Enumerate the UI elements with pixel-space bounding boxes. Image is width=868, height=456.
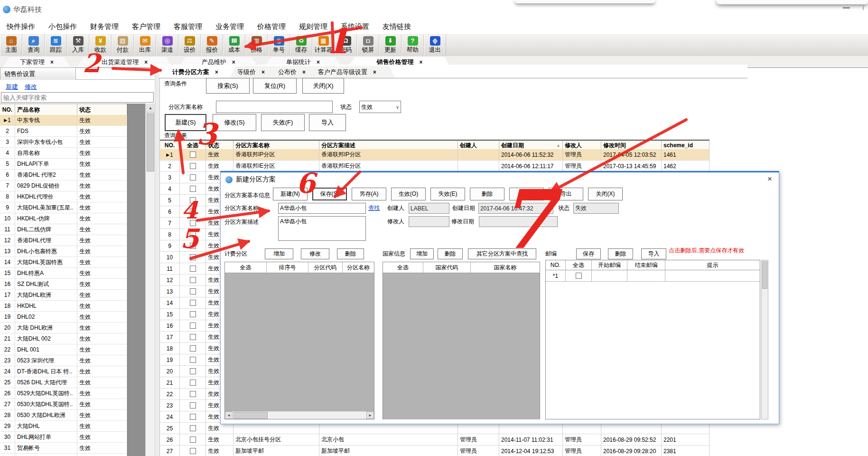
scroll-thumb[interactable] — [233, 412, 268, 419]
postal-col-end[interactable]: 结束邮编 — [627, 260, 665, 270]
toolbar-button[interactable]: ◎ 渠道 — [156, 35, 178, 56]
scheme-desc-field[interactable]: A华磊小包 — [278, 216, 366, 241]
billing-table-body[interactable] — [225, 273, 374, 411]
dialog-button[interactable]: 导出 — [549, 188, 583, 200]
column-header-name[interactable]: 产品名称 — [15, 104, 77, 115]
column-header-created[interactable]: 创建日期 ▲ — [499, 141, 563, 150]
scheme-name-input[interactable] — [216, 101, 333, 113]
menu-item[interactable]: 财务管理 — [84, 22, 125, 31]
country-col-select-all[interactable]: 全选 — [383, 262, 423, 273]
billing-col-select-all[interactable]: 全选 — [225, 262, 267, 273]
column-header-status[interactable]: 状态 — [77, 104, 127, 115]
column-header-scheme-desc[interactable]: 分区方案描述 — [319, 141, 458, 150]
product-row[interactable]: 28 0530 大陆DHL欧洲 生效 — [0, 410, 127, 421]
panel-splitter[interactable] — [155, 67, 160, 456]
tab-close-icon[interactable]: × — [261, 69, 265, 76]
product-row[interactable]: 12 香港DHL代理 生效 — [0, 235, 127, 246]
product-row[interactable]: 11 DHL二线仿牌 生效 — [0, 224, 127, 235]
product-list-scroll-track-dark[interactable] — [127, 104, 146, 456]
row-checkbox[interactable] — [190, 368, 196, 374]
postal-col-select-all[interactable]: 全选 — [566, 260, 592, 270]
scroll-thumb[interactable] — [762, 261, 767, 289]
row-checkbox[interactable] — [190, 243, 196, 249]
tab-close-icon[interactable]: × — [144, 59, 148, 66]
dialog-button[interactable]: 生效(O) — [391, 188, 426, 200]
row-checkbox[interactable] — [190, 391, 196, 397]
toolbar-button[interactable]: ◘ 锁屏 — [357, 35, 379, 56]
menu-item[interactable]: 规则管理 — [292, 22, 334, 31]
row-checkbox[interactable] — [190, 380, 196, 386]
dialog-button[interactable]: 新建(N) — [273, 188, 308, 200]
billing-modify-button[interactable]: 修改 — [301, 248, 329, 259]
modify-link[interactable]: 修改 — [25, 83, 37, 91]
row-checkbox[interactable] — [190, 186, 196, 192]
product-row[interactable]: 21 大陆DHL 002 生效 — [0, 333, 127, 344]
dialog-button[interactable]: 删除 — [470, 188, 504, 200]
country-col-code[interactable]: 国家代码 — [423, 262, 471, 273]
row-checkbox[interactable] — [190, 254, 196, 260]
product-row[interactable]: 19 DHL02 生效 — [0, 312, 127, 323]
toolbar-button[interactable]: ¥ 收款 — [89, 35, 112, 56]
row-checkbox[interactable] — [190, 414, 196, 420]
postal-save-button[interactable]: 保存 — [576, 248, 601, 259]
product-row[interactable]: 16 SZ DHL测试 生效 — [0, 279, 127, 290]
row-checkbox[interactable] — [190, 334, 196, 340]
toolbar-button[interactable]: ⚒ 入库 — [67, 35, 89, 56]
row-checkbox[interactable] — [190, 323, 196, 329]
tab-close-icon[interactable]: × — [302, 69, 306, 76]
product-list-scrollbar[interactable]: ▲ — [145, 104, 155, 456]
postal-delete-button[interactable]: 删除 — [608, 248, 633, 259]
toolbar-button[interactable]: ▤ 付款 — [112, 35, 134, 56]
column-header-creator[interactable]: 创建人 — [458, 141, 499, 150]
product-row[interactable]: 5 DHLAPI下单 生效 — [0, 159, 127, 170]
result-row[interactable]: 25 生效 — [160, 423, 709, 434]
menu-item[interactable]: 价格管理 — [251, 22, 292, 31]
product-row[interactable]: 9 大陆DHL美加重(五星.. 生效 — [0, 202, 127, 213]
tab-kehu-chanpin-dengji[interactable]: 客户产品等级设置× — [310, 66, 395, 78]
toolbar-button[interactable]: Ω 密码 — [335, 35, 357, 56]
toolbar-button[interactable]: ɸ 退出 — [424, 35, 446, 56]
row-checkbox[interactable] — [190, 174, 196, 180]
row-checkbox[interactable] — [190, 277, 196, 283]
product-row[interactable]: 26 0529大陆DHL英国特.. 生效 — [0, 388, 127, 399]
toolbar-button[interactable]: ✉ 出库 — [134, 35, 156, 56]
product-row[interactable]: 20 大陆 DHL欧洲 生效 — [0, 323, 127, 333]
new-link[interactable]: 新建 — [6, 83, 18, 91]
column-header-select-all[interactable]: 全选 — [180, 141, 206, 150]
close-button[interactable]: 关闭(X) — [302, 78, 344, 94]
product-row[interactable]: 14 大陆DHL英国特惠 生效 — [0, 257, 127, 268]
toolbar-button[interactable]: Ⅲ 成本 — [223, 35, 245, 56]
country-table-body[interactable] — [383, 273, 540, 419]
row-checkbox[interactable] — [190, 231, 196, 238]
row-checkbox[interactable] — [190, 425, 196, 431]
postal-import-button[interactable]: 导入 — [641, 248, 666, 259]
product-row[interactable]: 6 香港DHL 代理2 生效 — [0, 170, 127, 180]
billing-delete-button[interactable]: 删除 — [337, 248, 364, 259]
product-row[interactable]: 8 HKDHL代理价 生效 — [0, 191, 127, 202]
result-row[interactable]: ▶ 1 生效 香港联邦IP分区 香港联邦IP分区 2014-06-06 11:5… — [160, 149, 709, 161]
country-find-in-other-button[interactable]: 其它分区方案中查找 — [468, 248, 536, 259]
column-header-scheme-id[interactable]: scheme_id — [662, 141, 709, 150]
menu-item[interactable]: 业务管理 — [209, 22, 251, 31]
search-button[interactable]: 搜索(S) — [206, 78, 250, 94]
column-header-modified[interactable]: 修改时间 — [601, 141, 662, 150]
modify-button[interactable]: 修改(S) — [213, 114, 256, 131]
column-header-status[interactable]: 状态 — [206, 141, 233, 150]
toolbar-button[interactable]: ◉ 单号 — [268, 35, 290, 56]
billing-add-button[interactable]: 增加 — [265, 248, 293, 259]
result-row[interactable]: 27 生效 新加坡平邮 新加坡平邮 管理员 2014-12-04 19:12:5… — [160, 446, 709, 456]
status-select[interactable]: 生效 ∨ — [359, 101, 401, 113]
postal-col-start[interactable]: 开始邮编 — [592, 260, 627, 270]
row-checkbox[interactable] — [190, 220, 196, 226]
product-row[interactable]: 29 大陆DHL 生效 — [0, 421, 127, 432]
scroll-right-icon[interactable]: ► — [366, 411, 374, 419]
product-row[interactable]: 18 HKDHL 生效 — [0, 301, 127, 312]
product-row[interactable]: 17 大陆DHL欧洲 生效 — [0, 290, 127, 301]
toolbar-button[interactable]: ⬇ 更新 — [379, 35, 401, 56]
toolbar-button[interactable]: ⌕ 查询 — [22, 35, 45, 56]
country-add-button[interactable]: 增加 — [410, 248, 434, 259]
invalidate-button[interactable]: 失效(F) — [261, 114, 305, 131]
tab-close-icon[interactable]: × — [373, 69, 376, 76]
billing-h-scrollbar[interactable]: ◄ ► — [225, 411, 374, 419]
dialog-button[interactable]: 失效(E) — [430, 188, 465, 200]
